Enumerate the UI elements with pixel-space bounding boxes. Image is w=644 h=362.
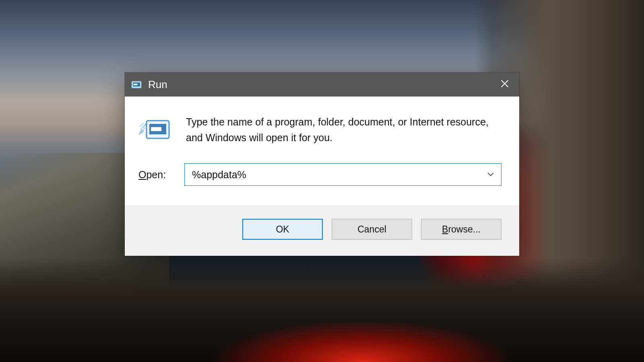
chevron-down-icon[interactable] [485,169,496,180]
run-dialog: Run [125,72,519,256]
open-combobox[interactable] [184,163,502,186]
content-area: Type the name of a program, folder, docu… [125,97,519,163]
open-input[interactable] [192,169,485,181]
titlebar[interactable]: Run [125,72,519,97]
open-label: Open: [138,169,172,181]
cancel-button-label: Cancel [357,224,386,235]
dialog-title: Run [148,78,167,91]
ok-button[interactable]: OK [242,219,323,240]
cancel-button[interactable]: Cancel [332,219,412,240]
button-row: OK Cancel Browse... [125,205,519,256]
wallpaper-rock-bottom [0,257,644,362]
svg-rect-7 [151,127,161,131]
desktop-wallpaper: Run [0,0,644,362]
run-icon [131,80,142,89]
ok-button-label: OK [276,224,289,235]
svg-rect-2 [134,84,138,85]
close-icon [501,80,509,89]
browse-button-label: Browse... [442,224,481,235]
browse-button[interactable]: Browse... [421,219,502,240]
close-button[interactable] [490,72,519,97]
dialog-description: Type the name of a program, folder, docu… [186,114,492,146]
run-icon [138,117,172,146]
input-row: Open: [125,163,519,205]
